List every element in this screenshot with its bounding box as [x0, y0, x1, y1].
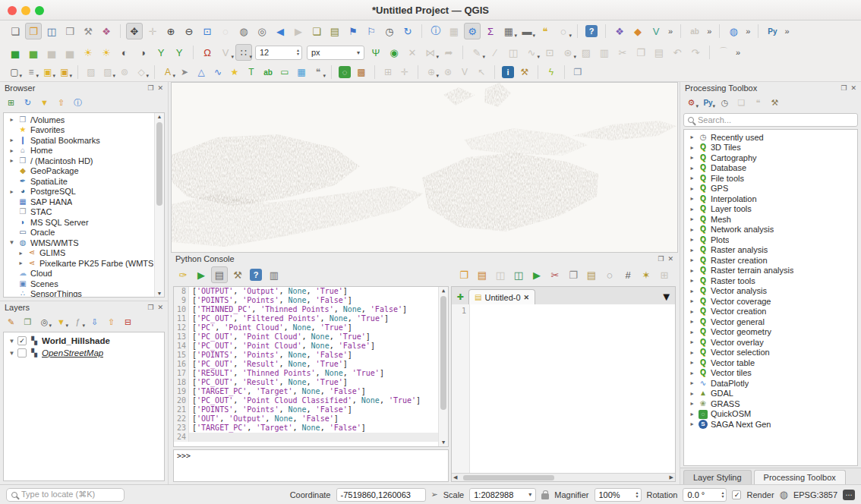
- toolbox-group[interactable]: ▸QCartography: [686, 153, 856, 163]
- browser-item[interactable]: ▭Oracle: [5, 228, 153, 238]
- toolbox-group[interactable]: ▸QVector tiles: [686, 368, 856, 379]
- add-point-feature-icon[interactable]: ⊡: [541, 44, 558, 61]
- processing-wrench-icon[interactable]: ⚒: [768, 96, 782, 110]
- open-attribute-table-icon[interactable]: ▦▾: [500, 23, 517, 39]
- remove-layer-icon[interactable]: ⊟: [121, 315, 135, 329]
- new-script-tab-button[interactable]: ✚: [453, 292, 467, 302]
- duplicate-layout-icon[interactable]: ❐: [570, 65, 585, 80]
- local-cumulative-stretch-icon[interactable]: ▅: [43, 44, 60, 61]
- crs-status[interactable]: EPSG:3857: [793, 490, 837, 499]
- actions-lightning-icon[interactable]: ϟ: [544, 65, 559, 80]
- zoom-full-icon[interactable]: ⊡: [199, 23, 216, 39]
- manage-map-themes-icon[interactable]: ◎▾: [37, 315, 52, 329]
- browser-item[interactable]: ▸⌂Home: [5, 146, 153, 156]
- toolbox-group[interactable]: ▸QFile tools: [686, 173, 856, 184]
- deselect-features-icon[interactable]: ▣▾: [40, 65, 55, 80]
- move-map-selection-icon[interactable]: ▨: [84, 65, 99, 80]
- zoom-last-icon[interactable]: ◀: [272, 23, 289, 39]
- browser-item[interactable]: ✒SpatiaLite: [5, 176, 153, 187]
- browser-item[interactable]: ▸❒/ (Macintosh HD): [5, 156, 153, 166]
- rotate-feature-icon[interactable]: ⊛: [440, 65, 456, 80]
- save-script-as-icon[interactable]: ◫: [510, 266, 527, 283]
- modify-annotations-icon[interactable]: ➤: [177, 65, 192, 80]
- editor-horizontal-scrollbar[interactable]: ◀ ▶: [452, 473, 675, 481]
- vector-tools-icon[interactable]: V: [648, 23, 664, 39]
- format-code-icon[interactable]: ✶: [638, 266, 654, 283]
- save-project-icon[interactable]: ◫: [43, 23, 60, 39]
- text-annotation-rect-icon[interactable]: ▭: [277, 65, 292, 80]
- browser-item[interactable]: ▸❙Spatial Bookmarks: [5, 135, 153, 146]
- editor-tab-untitled-0[interactable]: ▤ Untitled-0 ✕: [468, 289, 535, 304]
- toolbox-group[interactable]: ▸QVector coverage: [686, 296, 856, 307]
- move-selection-icon[interactable]: ▨▾: [100, 65, 115, 80]
- toolbox-group[interactable]: ▸QRaster creation: [686, 255, 856, 266]
- pan-map-icon[interactable]: ✥: [126, 23, 143, 39]
- circular-string-icon[interactable]: ⌒: [715, 44, 732, 61]
- map-tips-icon[interactable]: ❝: [537, 23, 554, 39]
- topological-editing-icon[interactable]: Ψ: [367, 44, 384, 61]
- save-edits-icon[interactable]: ◫: [505, 44, 522, 61]
- measure-line-icon[interactable]: ▬▾: [519, 23, 535, 39]
- increase-gamma-icon[interactable]: Y: [153, 44, 169, 61]
- plugins-overflow-icon[interactable]: »: [784, 27, 789, 36]
- browser-add-layers-icon[interactable]: ⊞: [4, 96, 18, 110]
- toolbox-group[interactable]: ▸QVector analysis: [686, 286, 856, 297]
- zoom-out-icon[interactable]: ⊖: [181, 23, 197, 39]
- browser-scrollbar[interactable]: ▲ ▼: [154, 113, 164, 297]
- browser-item[interactable]: ◆GeoPackage: [5, 166, 153, 177]
- snapping-disabled-icon[interactable]: ✕: [404, 44, 421, 61]
- close-panel-icon[interactable]: ✕: [667, 255, 673, 263]
- move-label-icon[interactable]: ✛: [397, 65, 412, 80]
- run-script-icon[interactable]: ▶: [528, 266, 545, 283]
- map-canvas[interactable]: [171, 82, 678, 253]
- scale-combo[interactable]: 1:2082988 ▾: [469, 488, 536, 502]
- style-manager-icon[interactable]: ❖: [98, 23, 115, 39]
- toggle-editing-icon[interactable]: ∕: [487, 44, 503, 61]
- toolbox-group[interactable]: ▸Q3D Tiles: [686, 143, 856, 153]
- toolbox-search-box[interactable]: [683, 113, 858, 127]
- web-overflow-icon[interactable]: »: [746, 27, 750, 36]
- avoid-overlap-icon[interactable]: ◉: [386, 44, 402, 61]
- select-by-value-icon[interactable]: ≡▾: [24, 65, 39, 80]
- layer-metadata-icon[interactable]: i: [500, 65, 516, 80]
- processing-options-gear-icon[interactable]: ⚙▾: [684, 96, 699, 110]
- toolbox-group[interactable]: ▸◌QuickOSM: [686, 409, 856, 420]
- new-project-icon[interactable]: ❏: [7, 23, 24, 39]
- intersection-snapping-icon[interactable]: ⋈▾: [422, 44, 439, 61]
- browser-item[interactable]: ▸⋖GLIMS: [5, 248, 153, 259]
- layer-visibility-checkbox[interactable]: [17, 348, 27, 358]
- label-overflow-icon[interactable]: »: [707, 27, 711, 36]
- object-inspector-icon[interactable]: ▥: [266, 266, 282, 283]
- identify-features-icon[interactable]: ⓘ: [427, 23, 444, 39]
- toolbox-group[interactable]: ▸QRaster terrain analysis: [686, 266, 856, 276]
- new-print-layout-icon[interactable]: ❒: [62, 23, 78, 39]
- full-cumulative-stretch-icon[interactable]: ▅: [62, 44, 78, 61]
- browser-item[interactable]: ★Favorites: [5, 125, 153, 136]
- toolbox-group[interactable]: ▸QInterpolation: [686, 194, 856, 204]
- line-annotation-icon[interactable]: ∿: [210, 65, 226, 80]
- snapping-tolerance-spin[interactable]: 12▴▾: [255, 46, 302, 60]
- open-project-icon[interactable]: ❐: [25, 23, 42, 39]
- dock-tab-processing-toolbox[interactable]: Processing Toolbox: [754, 470, 846, 484]
- full-histogram-stretch-icon[interactable]: ▅: [25, 44, 42, 61]
- add-wms-layer-icon[interactable]: ◍: [725, 23, 742, 39]
- toolbox-group[interactable]: ▸QPlots: [686, 235, 856, 245]
- tab-list-dropdown-icon[interactable]: ▼: [661, 290, 672, 303]
- toolbox-group[interactable]: ▸▲GDAL: [686, 389, 856, 399]
- toolbox-group[interactable]: ▸QVector geometry: [686, 327, 856, 338]
- self-snapping-icon[interactable]: ➦: [440, 44, 457, 61]
- toolbox-group[interactable]: ▸QVector overlay: [686, 337, 856, 348]
- float-panel-icon[interactable]: ❐: [658, 255, 664, 263]
- label-toolbar-icon[interactable]: ab: [686, 23, 703, 39]
- console-output[interactable]: ▲ ▼ 8['OUTPUT', 'Output', None, 'True']9…: [173, 286, 449, 447]
- modify-attributes-icon[interactable]: ▨: [578, 44, 594, 61]
- decrease-gamma-icon[interactable]: Y: [171, 44, 188, 61]
- zoom-to-selection-icon[interactable]: ◌: [217, 23, 234, 39]
- new-map-view-icon[interactable]: ❏: [308, 23, 325, 39]
- python-console-icon[interactable]: Py: [764, 23, 781, 39]
- new-3d-tiles-icon[interactable]: ◆: [629, 23, 646, 39]
- processing-history-icon[interactable]: ◷: [718, 96, 732, 110]
- collapse-all-icon[interactable]: ⇧: [104, 315, 118, 329]
- toolbar-overflow-icon[interactable]: »: [668, 27, 673, 36]
- browser-item[interactable]: ▦SAP HANA: [5, 197, 153, 207]
